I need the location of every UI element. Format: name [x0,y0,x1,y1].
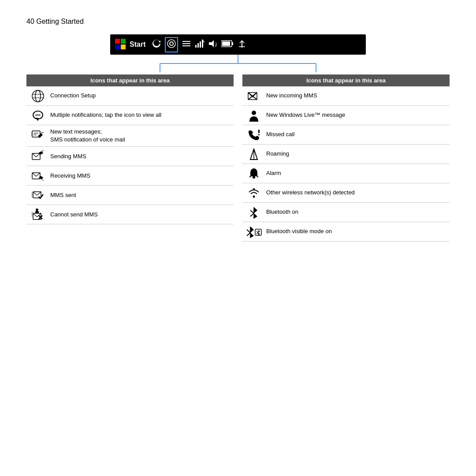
svg-line-41 [41,132,44,133]
list-item: Multiple notifications; tap the icon to … [26,106,234,125]
svg-point-30 [35,90,41,102]
svg-line-70 [249,176,251,177]
notification-bubble-icon[interactable] [165,37,178,52]
mms-sent-icon [28,189,48,202]
wireless-network-icon [244,187,264,199]
svg-rect-0 [115,39,120,44]
svg-rect-7 [182,41,190,42]
taskbar-container: Start [26,34,450,55]
svg-point-68 [253,177,255,178]
connection-setup-icon [28,90,48,102]
svg-rect-20 [222,41,230,46]
svg-point-35 [36,114,37,115]
svg-rect-12 [200,41,201,48]
alarm-icon [244,167,264,180]
connector-lines [26,55,450,72]
svg-rect-11 [197,43,199,48]
connection-setup-label: Connection Setup [48,92,232,100]
start-label[interactable]: Start [130,41,145,48]
list-item: New incoming MMS [242,86,450,106]
battery-icon [221,40,234,50]
svg-rect-64 [258,134,260,135]
svg-point-37 [39,114,41,115]
missed-call-label: Missed call [264,130,448,138]
receiving-mms-icon [28,169,48,182]
menu-icon[interactable] [182,39,191,51]
list-item: New Windows Live™ message [242,106,450,125]
tables-container: Icons that appear in this area Connectio… [26,74,450,242]
alarm-label: Alarm [264,169,448,177]
windows-live-message-icon [244,109,264,122]
svg-point-36 [37,114,39,115]
svg-point-6 [170,42,173,45]
svg-marker-34 [36,118,39,121]
list-item: New text messages;SMS notification of vo… [26,125,234,147]
multiple-notifications-icon [28,109,48,122]
svg-point-73 [253,188,255,190]
new-incoming-mms-label: New incoming MMS [264,92,448,100]
svg-marker-15 [209,40,214,47]
list-item: Bluetooth visible mode on [242,222,450,242]
new-text-message-label: New text messages;SMS notification of vo… [48,128,232,144]
list-item: Connection Setup [26,86,234,106]
bluetooth-on-icon [244,206,264,219]
new-incoming-mms-icon [244,90,264,102]
cannot-send-mms-label: Cannot send MMS [48,211,232,219]
signal-icon [195,39,205,51]
svg-rect-1 [121,39,126,44]
list-item: Other wireless network(s) detected [242,183,450,203]
list-item: Cannot send MMS [26,205,234,224]
list-item: Missed call [242,125,450,145]
left-table: Icons that appear in this area Connectio… [26,74,234,242]
volume-icon[interactable]: ) ) [208,39,218,51]
cannot-send-mms-icon [28,208,48,221]
list-item: Bluetooth on [242,203,450,222]
roaming-icon [244,148,264,160]
svg-rect-2 [115,45,120,49]
svg-point-29 [32,90,44,102]
svg-rect-63 [258,130,260,133]
sending-mms-label: Sending MMS [48,152,232,160]
bluetooth-on-label: Bluetooth on [264,208,448,216]
svg-rect-8 [182,43,190,44]
sync-icon[interactable] [152,39,161,51]
svg-rect-9 [182,45,190,46]
left-table-header: Icons that appear in this area [26,74,234,86]
list-item: Alarm [242,164,450,183]
svg-point-54 [36,208,38,211]
missed-call-icon [244,129,264,141]
windows-logo [115,38,126,51]
right-table-header: Icons that appear in this area [242,74,450,86]
list-item: Roaming [242,145,450,164]
svg-rect-10 [195,45,197,48]
new-text-message-icon [28,129,48,142]
wireless-network-label: Other wireless network(s) detected [264,189,448,197]
svg-rect-19 [232,42,233,45]
multiple-notifications-label: Multiple notifications; tap the icon to … [48,111,232,119]
page-title: 40 Getting Started [26,18,450,26]
bluetooth-visible-label: Bluetooth visible mode on [264,227,448,235]
svg-text:): ) [216,42,217,47]
receiving-mms-label: Receiving MMS [48,172,232,180]
right-table: Icons that appear in this area New incom… [242,74,450,242]
antenna-icon [237,39,247,51]
svg-line-71 [257,176,258,177]
bluetooth-visible-icon [244,226,264,238]
roaming-label: Roaming [264,150,448,158]
svg-point-62 [252,111,256,115]
windows-live-message-label: New Windows Live™ message [264,111,448,119]
sending-mms-icon [28,150,48,163]
svg-point-72 [253,195,255,197]
list-item: Sending MMS [26,147,234,166]
list-item: Receiving MMS [26,166,234,186]
svg-rect-3 [121,45,126,49]
mms-sent-label: MMS sent [48,191,232,199]
taskbar: Start [110,34,366,55]
list-item: MMS sent [26,186,234,205]
page-container: 40 Getting Started Start [0,0,476,259]
